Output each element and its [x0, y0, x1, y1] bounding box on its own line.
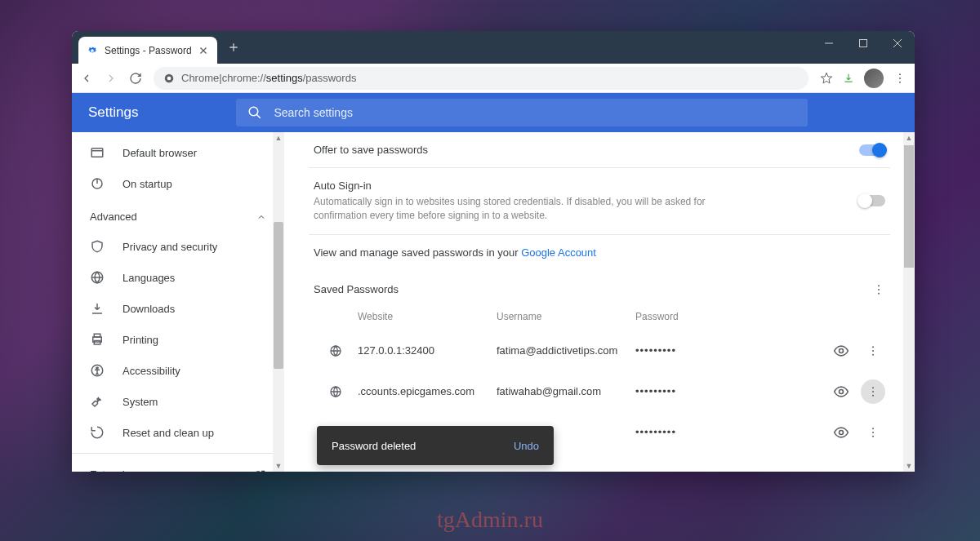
download-icon — [90, 301, 105, 316]
sidebar-item-label: Printing — [122, 334, 158, 346]
address-bar[interactable]: Chrome | chrome://settings/passwords — [154, 67, 808, 90]
browser-tab[interactable]: Settings - Passwords — [78, 37, 217, 64]
sidebar-item-languages[interactable]: Languages — [72, 262, 284, 293]
profile-avatar[interactable] — [864, 69, 884, 88]
row-menu-button[interactable] — [861, 420, 885, 445]
col-username: Username — [497, 311, 635, 322]
globe-icon — [90, 270, 105, 285]
show-password-icon[interactable] — [833, 343, 849, 359]
row-menu-button[interactable] — [861, 339, 885, 363]
google-account-row: View and manage saved passwords in your … — [309, 235, 890, 270]
new-tab-button[interactable] — [227, 41, 240, 54]
setting-label: Auto Sign-in — [314, 180, 738, 192]
svg-point-28 — [840, 430, 844, 434]
svg-point-22 — [872, 353, 874, 355]
sidebar-item-label: Reset and clean up — [122, 427, 214, 439]
row-menu-button[interactable] — [861, 379, 885, 404]
setting-label: Offer to save passwords — [314, 144, 428, 156]
sidebar-item-downloads[interactable]: Downloads — [72, 293, 284, 324]
sidebar-item-default-browser[interactable]: Default browser — [72, 137, 284, 168]
toolbar-right — [820, 69, 906, 88]
sidebar-item-accessibility[interactable]: Accessibility — [72, 355, 284, 386]
content-area: Default browser On startup Advanced Priv… — [72, 132, 915, 472]
setting-description: Automatically sign in to websites using … — [314, 195, 738, 223]
tab-title: Settings - Passwords — [105, 45, 191, 56]
page-title: Settings — [88, 104, 138, 121]
main-scrollbar[interactable]: ▲ ▼ — [903, 132, 915, 472]
window-controls — [812, 31, 915, 55]
site-icon — [329, 385, 342, 398]
show-password-icon[interactable] — [833, 384, 849, 400]
svg-point-5 — [899, 81, 901, 82]
auto-signin-toggle[interactable] — [859, 195, 885, 206]
sidebar-item-privacy[interactable]: Privacy and security — [72, 231, 284, 262]
offer-save-passwords-row: Offer to save passwords — [309, 132, 890, 168]
sidebar-item-label: Accessibility — [122, 365, 180, 377]
column-headers: Website Username Password — [309, 303, 890, 330]
browser-menu-icon[interactable] — [893, 72, 906, 85]
close-icon[interactable] — [198, 45, 209, 56]
sidebar-section-advanced[interactable]: Advanced — [72, 199, 284, 231]
print-icon — [90, 332, 105, 347]
url-text: Chrome | chrome://settings/passwords — [181, 72, 356, 84]
reload-button[interactable] — [129, 72, 142, 85]
svg-point-4 — [899, 78, 901, 79]
password-row: 127.0.0.1:32400 fatima@addictivetips.com… — [309, 330, 890, 371]
titlebar: Settings - Passwords — [72, 31, 915, 64]
sidebar-item-printing[interactable]: Printing — [72, 324, 284, 355]
svg-point-26 — [872, 391, 874, 392]
svg-point-16 — [878, 289, 880, 290]
download-icon[interactable] — [843, 73, 854, 84]
sidebar-item-label: System — [122, 396, 158, 408]
col-website: Website — [358, 311, 497, 322]
scroll-up-icon[interactable]: ▲ — [273, 132, 284, 144]
sidebar-item-system[interactable]: System — [72, 386, 284, 417]
svg-rect-11 — [94, 334, 100, 337]
col-password: Password — [635, 311, 733, 322]
row-website[interactable]: 127.0.0.1:32400 — [358, 344, 497, 357]
svg-point-24 — [840, 389, 844, 393]
settings-sidebar: Default browser On startup Advanced Priv… — [72, 132, 284, 472]
sidebar-scrollbar[interactable]: ▲ ▼ — [273, 132, 284, 472]
close-window-button[interactable] — [880, 31, 915, 55]
section-menu-icon[interactable] — [872, 283, 885, 296]
scroll-up-icon[interactable]: ▲ — [903, 132, 915, 144]
offer-save-toggle[interactable] — [859, 144, 885, 156]
svg-point-2 — [167, 76, 172, 80]
forward-button[interactable] — [105, 72, 118, 85]
toast-message: Password deleted — [332, 440, 416, 452]
sidebar-item-label: Downloads — [122, 303, 175, 315]
divider — [72, 453, 284, 454]
minimize-button[interactable] — [812, 31, 846, 55]
row-password: ••••••••• — [635, 344, 733, 357]
sidebar-item-label: On startup — [122, 178, 172, 190]
reset-icon — [90, 425, 105, 440]
show-password-icon[interactable] — [833, 424, 849, 441]
undo-button[interactable]: Undo — [514, 440, 539, 452]
search-settings-box[interactable] — [236, 99, 808, 126]
browser-icon — [90, 145, 105, 160]
toast-notification: Password deleted Undo — [317, 426, 554, 465]
search-settings-input[interactable] — [274, 106, 796, 119]
google-account-link[interactable]: Google Account — [521, 246, 596, 259]
svg-point-21 — [872, 350, 874, 352]
scroll-down-icon[interactable]: ▼ — [903, 460, 915, 472]
svg-point-31 — [872, 435, 874, 437]
svg-point-6 — [250, 107, 259, 116]
bookmark-icon[interactable] — [820, 72, 833, 85]
auto-signin-row: Auto Sign-in Automatically sign in to we… — [309, 168, 890, 235]
scrollbar-thumb[interactable] — [274, 222, 283, 369]
scrollbar-thumb[interactable] — [904, 145, 914, 268]
row-website[interactable]: .ccounts.epicgames.com — [358, 385, 497, 397]
back-button[interactable] — [80, 72, 93, 85]
scroll-down-icon[interactable]: ▼ — [273, 460, 284, 472]
svg-point-17 — [878, 292, 880, 294]
sidebar-item-on-startup[interactable]: On startup — [72, 168, 284, 199]
sidebar-item-extensions[interactable]: Extensions — [72, 459, 284, 472]
password-row: .ccounts.epicgames.com fatiwahab@gmail.c… — [309, 371, 890, 412]
shield-icon — [90, 239, 105, 254]
maximize-button[interactable] — [846, 31, 880, 55]
sidebar-item-reset[interactable]: Reset and clean up — [72, 417, 284, 448]
svg-point-14 — [96, 367, 98, 369]
browser-window: Settings - Passwords Chrome | chrome://s… — [72, 31, 915, 472]
